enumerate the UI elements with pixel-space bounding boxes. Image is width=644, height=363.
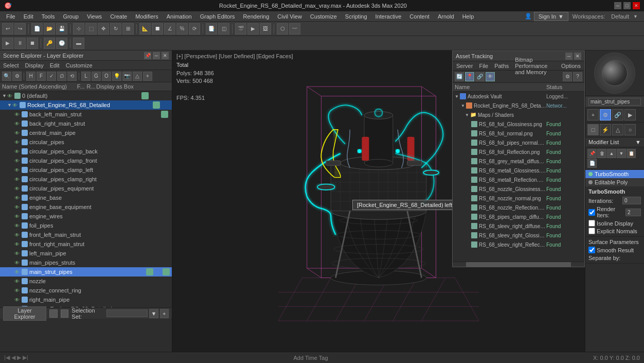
at-item-nozzle-refl[interactable]: RS_68_nozzle_Reflection.png Found — [453, 203, 584, 212]
se-pin-button[interactable]: 📌 — [144, 52, 151, 59]
se-item-back-left[interactable]: 👁 back_left_main_strut — [0, 110, 172, 119]
ts-render-iters-check[interactable] — [588, 209, 595, 216]
se-item-0default[interactable]: ▼ 👁 0 (default) — [0, 91, 172, 100]
at-close-btn[interactable]: ✕ — [574, 53, 581, 60]
se-search-button[interactable]: 🔍 — [2, 72, 11, 81]
display-panel-btn[interactable]: □ — [587, 124, 599, 135]
eye-icon[interactable]: 👁 — [14, 241, 22, 247]
se-item-engine-base[interactable]: 👁 engine_base — [0, 193, 172, 202]
at-item-maps-folder[interactable]: ▼ 📁 Maps / Shaders — [453, 110, 584, 119]
at-item-nozzle-gloss[interactable]: RS_68_nozzle_Glossiness.png Found — [453, 184, 584, 194]
curve-editor[interactable]: 〰 — [289, 23, 300, 34]
se-menu-customize[interactable]: Customize — [63, 62, 96, 69]
eye-icon[interactable]: 👁 — [14, 204, 22, 210]
ts-iterations-input[interactable] — [622, 197, 641, 204]
sel-set-dropdown-btn[interactable]: ▼ — [149, 309, 158, 318]
mod-tb-copy[interactable]: 📋 — [627, 149, 636, 158]
eye-icon[interactable]: 👁 — [14, 186, 22, 192]
render-btn[interactable]: ▶ — [247, 23, 259, 34]
utility-panel-btn[interactable]: ⚡ — [600, 124, 611, 135]
percent-snap[interactable]: % — [176, 23, 188, 34]
se-bottom-icon1[interactable] — [49, 309, 58, 318]
menu-views[interactable]: Views — [83, 12, 106, 21]
menu-arnold[interactable]: Arnold — [434, 12, 458, 21]
undo-button[interactable]: ↩ — [2, 23, 13, 34]
menu-animation[interactable]: Animation — [163, 12, 196, 21]
se-item-nozzle[interactable]: 👁 nozzle — [0, 276, 172, 286]
at-item-foil-refl[interactable]: RS_68_foil_Reflection.png Found — [453, 147, 584, 157]
se-item-front-left[interactable]: 👁 front_left_main_strut — [0, 230, 172, 239]
se-item-foil-pipes[interactable]: 👁 foil_pipes — [0, 221, 172, 230]
ts-render-iters-input[interactable] — [625, 209, 641, 216]
at-track-btn[interactable]: 📍 — [465, 72, 474, 81]
at-view-btn[interactable]: 👁 — [486, 72, 495, 81]
se-invert-button[interactable]: ⟲ — [67, 72, 77, 81]
eye-icon[interactable]: 👁 — [14, 223, 22, 229]
eye-icon[interactable]: 👁 — [14, 279, 22, 284]
se-item-left-main[interactable]: 👁 left_main_pipe — [0, 249, 172, 258]
eye-icon[interactable]: 👁 — [14, 232, 22, 238]
layer-btn[interactable]: 📑 — [206, 23, 217, 34]
ts-isoline-check[interactable] — [588, 220, 595, 227]
menu-group[interactable]: Group — [59, 12, 83, 21]
at-min-btn[interactable]: ─ — [565, 53, 573, 60]
se-item-circ-clamp-left[interactable]: 👁 circular_pipes_clamp_left — [0, 165, 172, 175]
sign-in-button[interactable]: Sign In ▼ — [534, 12, 568, 21]
spinner-snap[interactable]: ⟳ — [189, 23, 200, 34]
eye-icon[interactable]: 👁 — [14, 121, 22, 127]
at-item-pipes-clamp[interactable]: RS_68_pipes_clamp_diffuse.png Found — [453, 212, 584, 221]
motion-panel-btn[interactable]: ▶ — [624, 109, 636, 120]
select-button[interactable]: ⊹ — [73, 23, 84, 34]
se-helper-button[interactable]: + — [143, 72, 152, 81]
se-min-button[interactable]: ─ — [153, 52, 160, 59]
mod-tb-up[interactable]: ▲ — [607, 149, 616, 158]
menu-create[interactable]: Create — [106, 12, 131, 21]
menu-edit[interactable]: Edit — [20, 12, 38, 21]
eye-icon[interactable]: 👁 — [14, 177, 22, 182]
at-item-rocket-file[interactable]: ▼ Rocket_Engine_RS_68_Detailed_max_vray.… — [453, 101, 584, 110]
se-menu-edit[interactable]: Edit — [47, 62, 63, 69]
ref-coord-button[interactable]: 📐 — [139, 23, 151, 34]
se-filter-button[interactable]: ⚙ — [12, 72, 22, 81]
turboslide-modifier[interactable]: TurboSmooth — [585, 170, 644, 178]
eye-icon[interactable]: 👁 — [12, 102, 20, 108]
eye-icon[interactable]: 👁 — [14, 288, 22, 293]
menu-help[interactable]: Help — [458, 12, 478, 21]
ribbon-btn[interactable]: ◫ — [218, 23, 229, 34]
pause-button[interactable]: ⏸ — [14, 38, 26, 49]
stop-button[interactable]: ⏹ — [27, 38, 38, 49]
at-item-sleev-right-diff[interactable]: RS_68_sleev_right_diffuse.png Found — [453, 221, 584, 231]
se-light-button[interactable]: 💡 — [112, 72, 121, 81]
move-button[interactable]: ✥ — [98, 23, 109, 34]
eye-icon[interactable]: 👁 — [14, 269, 22, 275]
menu-civil-view[interactable]: Civil View — [273, 12, 306, 21]
at-settings-btn[interactable]: ⚙ — [563, 72, 572, 81]
se-menu-select[interactable]: Select — [0, 62, 22, 69]
mod-tb-del[interactable]: 🗑 — [597, 149, 606, 158]
sel-set-add-btn[interactable]: + — [160, 309, 169, 318]
redo-button[interactable]: ↪ — [14, 23, 26, 34]
snap-toggle[interactable]: 🔲 — [152, 23, 163, 34]
eye-icon[interactable]: 👁 — [14, 260, 22, 266]
se-item-circ-clamp-front[interactable]: 👁 circular_pipes_clamp_front — [0, 156, 172, 165]
key-filter[interactable]: 🔑 — [44, 38, 55, 49]
smooth-result-check[interactable] — [588, 247, 595, 253]
se-global-button[interactable]: G — [92, 72, 101, 81]
angle-snap[interactable]: ∠ — [164, 23, 175, 34]
se-hide-button[interactable]: H — [26, 72, 35, 81]
at-scrollbar[interactable] — [453, 262, 584, 267]
se-item-circ-clamp-back[interactable]: 👁 circular_pipes_clamp_back — [0, 147, 172, 156]
eye-icon[interactable]: 👁 — [14, 297, 22, 303]
se-item-main-strut-pipes[interactable]: 👁 main_strut_pipes — [0, 267, 172, 276]
se-item-engine-wires[interactable]: 👁 engine_wires — [0, 212, 172, 221]
ts-explicit-check[interactable] — [588, 228, 595, 234]
at-item-vault[interactable]: ▼ Autodesk Vault Logged... — [453, 92, 584, 101]
menu-rendering[interactable]: Rendering — [239, 12, 274, 21]
selection-set-input[interactable] — [106, 309, 148, 317]
menu-graph-editors[interactable]: Graph Editors — [196, 12, 239, 21]
at-menu-options[interactable]: Options — [559, 62, 583, 70]
se-item-circ-equip[interactable]: 👁 circular_pipes_equipment — [0, 184, 172, 193]
at-item-sleev-right-gloss[interactable]: RS_68_sleev_right_Glossiness.png Found — [453, 231, 584, 240]
se-item-engine-equip[interactable]: 👁 engine_base_equipment — [0, 202, 172, 212]
menu-tools[interactable]: Tools — [38, 12, 59, 21]
